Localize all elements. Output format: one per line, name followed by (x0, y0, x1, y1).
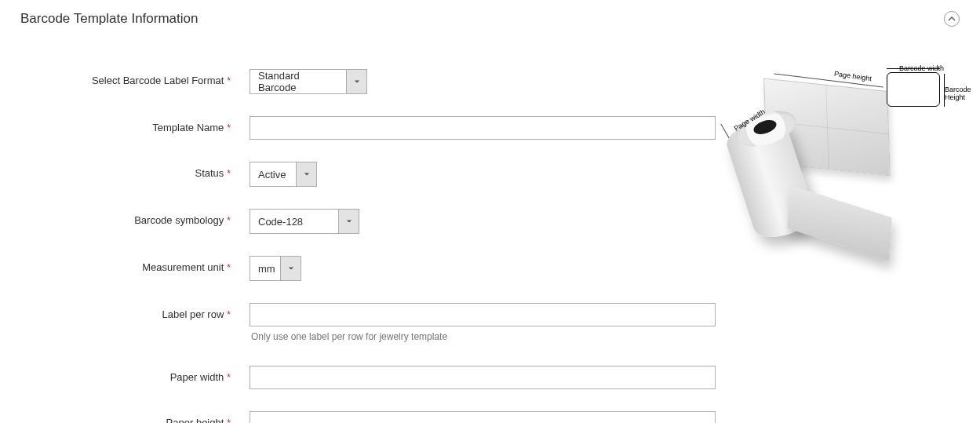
note-label-per-row: Only use one label per row for jewelry t… (251, 331, 716, 342)
chevron-up-icon (948, 15, 956, 23)
label-paper-height: Paper height* (16, 411, 250, 423)
caret-down-icon (304, 171, 310, 177)
select-barcode-format[interactable]: Standard Barcode (250, 69, 367, 94)
caret-down-icon (346, 218, 352, 224)
dropdown-toggle[interactable] (296, 162, 316, 186)
select-status[interactable]: Active (250, 162, 317, 187)
select-status-value: Active (250, 162, 296, 186)
input-paper-width[interactable] (250, 366, 716, 389)
dropdown-toggle[interactable] (346, 70, 366, 93)
input-label-per-row[interactable] (250, 303, 716, 326)
barcode-box-icon (887, 72, 940, 107)
label-label-per-row: Label per row* (16, 303, 250, 320)
roll-illustration (730, 77, 902, 257)
label-roll-diagram: Page width Page height Barcode width Bar… (730, 69, 965, 257)
field-template-name: Template Name* (16, 116, 716, 140)
field-symbology: Barcode symbology* Code-128 (16, 209, 716, 234)
select-symbology[interactable]: Code-128 (250, 209, 359, 234)
field-measurement-unit: Measurement unit* mm (16, 256, 716, 281)
caret-down-icon (354, 78, 360, 85)
field-barcode-format: Select Barcode Label Format* Standard Ba… (16, 69, 716, 94)
dim-barcode-width: Barcode width (899, 64, 944, 72)
input-paper-height[interactable] (250, 411, 716, 423)
select-symbology-value: Code-128 (250, 210, 338, 233)
label-paper-width: Paper width* (16, 366, 250, 383)
label-barcode-format: Select Barcode Label Format* (16, 69, 250, 86)
label-symbology: Barcode symbology* (16, 209, 250, 226)
select-measurement-unit-value: mm (250, 257, 280, 280)
form-body: Select Barcode Label Format* Standard Ba… (0, 38, 980, 423)
field-paper-width: Paper width* (16, 366, 716, 389)
roll-tail-icon (787, 185, 892, 261)
field-status: Status* Active (16, 162, 716, 187)
fieldset-title: Barcode Template Information (20, 11, 198, 27)
field-paper-height: Paper height* (16, 411, 716, 423)
select-measurement-unit[interactable]: mm (250, 256, 301, 281)
fieldset-header: Barcode Template Information (0, 0, 980, 38)
dropdown-toggle[interactable] (280, 257, 301, 280)
label-template-name: Template Name* (16, 116, 250, 133)
dim-barcode-height: Barcode Height (945, 86, 971, 102)
label-measurement-unit: Measurement unit* (16, 256, 250, 273)
field-label-per-row: Label per row* Only use one label per ro… (16, 303, 716, 358)
select-barcode-format-value: Standard Barcode (250, 70, 346, 93)
caret-down-icon (288, 265, 294, 272)
input-template-name[interactable] (250, 116, 716, 140)
form-fields: Select Barcode Label Format* Standard Ba… (16, 69, 716, 423)
dropdown-toggle[interactable] (338, 210, 359, 233)
label-status: Status* (16, 162, 250, 179)
collapse-toggle[interactable] (944, 11, 960, 27)
